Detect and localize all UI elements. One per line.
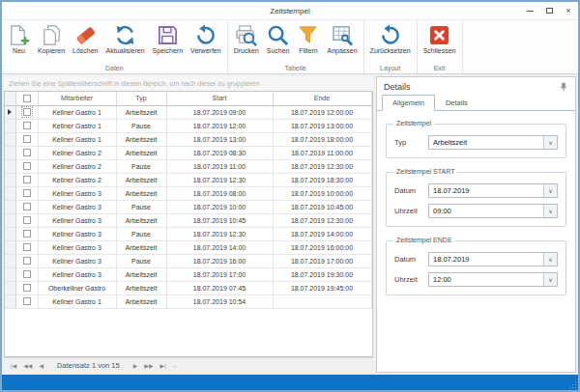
group-by-panel[interactable]: Ziehen Sie eine Spaltenüberschrift in di…: [4, 76, 373, 91]
cell-typ[interactable]: Arbeitszeit: [116, 173, 166, 186]
cell-ende[interactable]: 18.07.2019 12:30:00: [273, 213, 371, 227]
cell-start[interactable]: 18.07.2019 10:54: [166, 294, 273, 308]
table-row[interactable]: Kellner Gastro 3 Pause 18.07.2019 10:00 …: [5, 200, 371, 213]
kopieren-button[interactable]: Kopieren: [34, 23, 69, 55]
table-row[interactable]: Kellner Gastro 1 Arbeitszeit 18.07.2019 …: [5, 132, 371, 146]
cell-ende[interactable]: 18.07.2019 11:00:00: [273, 146, 371, 159]
cell-start[interactable]: 18.07.2019 12:30: [166, 227, 273, 240]
row-checkbox-cell[interactable]: [15, 294, 38, 308]
nav-next-button[interactable]: ▶: [130, 362, 141, 369]
nav-prev-page-button[interactable]: ◀◀: [20, 362, 35, 369]
ende-uhrzeit-picker[interactable]: 12:00 ∨: [428, 272, 558, 287]
cell-typ[interactable]: Pause: [116, 119, 166, 132]
row-checkbox[interactable]: [23, 149, 31, 156]
table-row[interactable]: Kellner Gastro 1 Pause 18.07.2019 12:00 …: [5, 119, 371, 132]
cell-ende[interactable]: 18.07.2019 14:00:00: [273, 227, 371, 240]
anpassen-button[interactable]: Anpassen: [323, 23, 361, 55]
tab-allgemein[interactable]: Allgemein: [382, 95, 435, 111]
pin-icon[interactable]: [559, 82, 568, 92]
cell-start[interactable]: 18.07.2019 17:00: [166, 267, 273, 281]
typ-combobox[interactable]: Arbeitszeit ∨: [428, 135, 558, 150]
row-checkbox-cell[interactable]: [15, 240, 38, 254]
table-row[interactable]: Kellner Gastro 3 Arbeitszeit 18.07.2019 …: [5, 240, 371, 254]
ende-datum-picker[interactable]: 18.07.2019 ∨: [428, 252, 558, 266]
cell-mitarbeiter[interactable]: Kellner Gastro 3: [38, 186, 116, 200]
row-checkbox[interactable]: [23, 162, 31, 170]
cell-start[interactable]: 18.07.2019 16:00: [166, 254, 273, 267]
cell-start[interactable]: 18.07.2019 13:00: [166, 132, 273, 146]
row-checkbox-cell[interactable]: [15, 105, 38, 119]
cell-mitarbeiter[interactable]: Kellner Gastro 1: [38, 105, 116, 119]
cell-start[interactable]: 18.07.2019 10:45: [166, 213, 273, 227]
row-checkbox-cell[interactable]: [15, 159, 38, 173]
zuruecksetzen-button[interactable]: Zurücksetzen: [366, 23, 415, 55]
cell-ende[interactable]: 18.07.2019 13:00:00: [273, 119, 371, 132]
cell-mitarbeiter[interactable]: Kellner Gastro 2: [38, 146, 116, 159]
cell-typ[interactable]: Arbeitszeit: [116, 267, 166, 281]
ende-datum-dropdown-button[interactable]: ∨: [543, 253, 557, 266]
cell-start[interactable]: 18.07.2019 14:00: [166, 240, 273, 254]
start-uhrzeit-dropdown-button[interactable]: ∨: [543, 205, 557, 217]
cell-mitarbeiter[interactable]: Kellner Gastro 3: [38, 200, 116, 213]
row-checkbox[interactable]: [23, 189, 31, 197]
cell-mitarbeiter[interactable]: Kellner Gastro 3: [38, 213, 116, 227]
row-checkbox-cell[interactable]: [15, 213, 38, 227]
row-checkbox-cell[interactable]: [15, 146, 38, 159]
cell-mitarbeiter[interactable]: Kellner Gastro 1: [38, 294, 116, 308]
cell-typ[interactable]: Arbeitszeit: [116, 240, 166, 254]
schliessen-button[interactable]: Schliessen: [420, 23, 460, 55]
nav-next-page-button[interactable]: ▶▶: [141, 362, 156, 369]
row-checkbox[interactable]: [23, 108, 31, 116]
start-datum-picker[interactable]: 18.07.2019 ∨: [428, 183, 558, 198]
aktualisieren-button[interactable]: Aktualisieren: [102, 23, 149, 55]
cell-start[interactable]: 18.07.2019 08:00: [166, 186, 273, 200]
typ-dropdown-button[interactable]: ∨: [543, 136, 557, 149]
cell-typ[interactable]: Arbeitszeit: [116, 281, 166, 294]
row-checkbox[interactable]: [23, 216, 31, 224]
cell-ende[interactable]: 18.07.2019 10:00:00: [273, 186, 371, 200]
row-checkbox[interactable]: [23, 203, 31, 210]
cell-ende[interactable]: 18.07.2019 12:30:00: [273, 159, 371, 173]
cell-start[interactable]: 18.07.2019 07:45: [166, 281, 273, 294]
cell-mitarbeiter[interactable]: Kellner Gastro 2: [38, 159, 116, 173]
cell-ende[interactable]: 18.07.2019 19:30:00: [273, 267, 371, 281]
cell-start[interactable]: 18.07.2019 12:00: [166, 119, 273, 132]
cell-ende[interactable]: 18.07.2019 10:45:00: [273, 200, 371, 213]
row-checkbox-cell[interactable]: [15, 281, 38, 294]
start-uhrzeit-picker[interactable]: 09:00 ∨: [428, 204, 558, 218]
cell-start[interactable]: 18.07.2019 10:00: [166, 200, 273, 213]
cell-ende[interactable]: [273, 294, 371, 308]
loeschen-button[interactable]: Löschen: [69, 23, 102, 55]
column-header-typ[interactable]: Typ: [116, 92, 166, 105]
row-checkbox-cell[interactable]: [15, 119, 38, 132]
nav-last-button[interactable]: ▶|: [158, 362, 169, 369]
cell-typ[interactable]: Arbeitszeit: [116, 186, 166, 200]
tab-details[interactable]: Details: [435, 95, 478, 111]
select-all-checkbox[interactable]: [23, 95, 31, 102]
cell-ende[interactable]: 18.07.2019 17:00:00: [273, 254, 371, 267]
cell-ende[interactable]: 18.07.2019 12:00:00: [273, 105, 371, 119]
row-checkbox-cell[interactable]: [15, 186, 38, 200]
nav-append-button[interactable]: +: [170, 363, 180, 369]
cell-typ[interactable]: Pause: [116, 254, 166, 267]
nav-prev-button[interactable]: ◀: [36, 362, 46, 369]
cell-mitarbeiter[interactable]: Kellner Gastro 1: [38, 132, 116, 146]
cell-start[interactable]: 18.07.2019 11:00: [166, 159, 273, 173]
cell-ende[interactable]: 18.07.2019 18:30:00: [273, 173, 371, 186]
cell-typ[interactable]: Arbeitszeit: [116, 294, 166, 308]
cell-typ[interactable]: Arbeitszeit: [116, 132, 166, 146]
row-checkbox-cell[interactable]: [15, 200, 38, 213]
neu-button[interactable]: Neu: [4, 23, 34, 55]
cell-typ[interactable]: Arbeitszeit: [116, 105, 166, 119]
row-checkbox-cell[interactable]: [15, 132, 38, 146]
table-row[interactable]: Oberkellner Gastro Arbeitszeit 18.07.201…: [5, 281, 371, 294]
select-all-checkbox-header[interactable]: [15, 92, 38, 105]
suchen-button[interactable]: Suchen: [263, 23, 294, 55]
cell-start[interactable]: 18.07.2019 09:00: [166, 105, 273, 119]
cell-start[interactable]: 18.07.2019 12:30: [166, 173, 273, 186]
speichern-button[interactable]: Speichern: [149, 23, 188, 55]
row-checkbox[interactable]: [23, 284, 31, 292]
verwerfen-button[interactable]: Verwerfen: [187, 23, 225, 55]
table-row[interactable]: Kellner Gastro 3 Arbeitszeit 18.07.2019 …: [5, 186, 371, 200]
filtern-button[interactable]: Filtern: [293, 23, 323, 55]
